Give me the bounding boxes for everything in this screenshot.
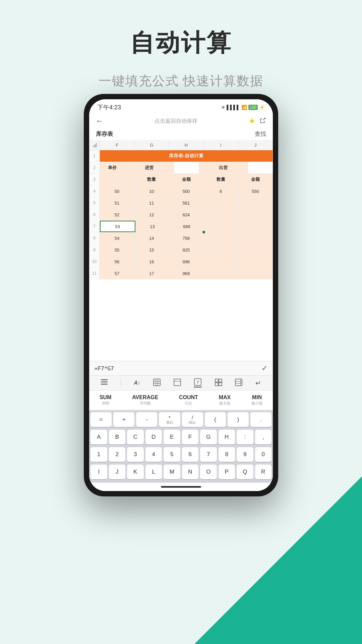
function-count[interactable]: COUNT 计次: [175, 393, 202, 407]
cell-7g[interactable]: 13: [135, 221, 170, 232]
cell-9f[interactable]: 55: [100, 244, 134, 256]
cell-7i[interactable]: [204, 221, 239, 232]
cell-5i[interactable]: [204, 197, 238, 209]
cell-8j[interactable]: [238, 232, 273, 244]
cell-title[interactable]: 库存表-自动计算: [100, 150, 273, 162]
cell-6j[interactable]: [238, 209, 273, 220]
cell-10f[interactable]: 56: [100, 256, 134, 267]
cell-6h[interactable]: 624: [169, 209, 203, 220]
toolbar-text-icon[interactable]: A↑: [134, 380, 140, 386]
cell-4f[interactable]: 50: [100, 185, 134, 197]
star-icon[interactable]: ★: [249, 117, 255, 125]
cell-8g[interactable]: 14: [134, 232, 169, 244]
cell-4i[interactable]: 6: [204, 185, 238, 197]
cell-11h[interactable]: 969: [169, 268, 203, 279]
cell-5j[interactable]: [238, 197, 273, 209]
key-p[interactable]: P: [219, 465, 235, 479]
key-g[interactable]: G: [200, 430, 217, 444]
col-header-h[interactable]: H: [169, 140, 203, 150]
key-c[interactable]: C: [127, 430, 144, 444]
formula-text[interactable]: =F7*G7: [95, 365, 114, 372]
function-max[interactable]: MAX 最大值: [215, 393, 235, 407]
key-lparen[interactable]: (: [205, 412, 226, 427]
key-7[interactable]: 7: [200, 447, 217, 462]
cell-4g[interactable]: 10: [134, 185, 169, 197]
key-f[interactable]: F: [182, 430, 199, 444]
col-header-g[interactable]: G: [134, 140, 169, 150]
toolbar-table-icon[interactable]: [153, 379, 161, 387]
key-6[interactable]: 6: [182, 447, 199, 462]
cell-9j[interactable]: [238, 244, 273, 256]
key-l[interactable]: L: [145, 465, 162, 479]
cell-5g[interactable]: 11: [134, 197, 169, 209]
key-rparen[interactable]: ): [228, 412, 249, 427]
cell-10j[interactable]: [238, 256, 273, 267]
cell-9g[interactable]: 15: [134, 244, 169, 256]
key-b[interactable]: B: [109, 430, 126, 444]
col-header-j[interactable]: J: [238, 140, 273, 150]
back-button[interactable]: ←: [96, 117, 103, 125]
function-sum[interactable]: SUM 求和: [96, 393, 116, 407]
key-4[interactable]: 4: [145, 447, 162, 462]
toolbar-menu-icon[interactable]: [101, 379, 108, 386]
cell-8h[interactable]: 756: [169, 232, 203, 244]
key-8[interactable]: 8: [219, 447, 235, 462]
formula-confirm-button[interactable]: ✓: [261, 364, 267, 373]
cell-2f[interactable]: 单价: [100, 162, 125, 173]
col-header-i[interactable]: I: [204, 140, 238, 150]
cell-6g[interactable]: 12: [134, 209, 169, 220]
col-header-f[interactable]: F: [100, 140, 134, 150]
function-min[interactable]: MIN 最小值: [247, 393, 266, 407]
key-m[interactable]: M: [164, 465, 180, 479]
key-0[interactable]: 0: [255, 447, 272, 462]
key-j[interactable]: J: [109, 465, 126, 479]
cell-8f[interactable]: 54: [100, 232, 134, 244]
cell-10i[interactable]: [204, 256, 238, 267]
function-average[interactable]: AVERAGE 平均数: [128, 393, 162, 407]
key-plus[interactable]: +: [113, 412, 134, 427]
key-dot[interactable]: .: [250, 412, 272, 427]
cell-7f-selected[interactable]: 53: [100, 221, 135, 232]
key-divide[interactable]: /除以: [182, 412, 203, 427]
cell-9i[interactable]: [204, 244, 238, 256]
key-o[interactable]: O: [200, 465, 217, 479]
cell-7j[interactable]: [238, 221, 273, 232]
cell-5f[interactable]: 51: [100, 197, 134, 209]
key-h[interactable]: H: [219, 430, 235, 444]
find-button[interactable]: 查找: [255, 130, 266, 138]
key-1[interactable]: 1: [90, 447, 107, 462]
key-multiply[interactable]: *乘以: [159, 412, 180, 427]
key-e[interactable]: E: [164, 430, 180, 444]
key-minus[interactable]: -: [136, 412, 157, 427]
cell-9h[interactable]: 825: [169, 244, 203, 256]
cell-10h[interactable]: 896: [169, 256, 203, 267]
key-d[interactable]: D: [145, 430, 162, 444]
key-colon[interactable]: :: [237, 430, 253, 444]
key-r[interactable]: R: [255, 465, 272, 479]
cell-8i[interactable]: [204, 232, 238, 244]
cell-2g[interactable]: 进货: [125, 162, 174, 173]
key-a[interactable]: A: [90, 430, 107, 444]
cell-4j[interactable]: 550: [238, 185, 273, 197]
toolbar-enter-icon[interactable]: ↵: [255, 379, 261, 387]
toolbar-cell-icon[interactable]: [174, 379, 181, 387]
cell-4h[interactable]: 500: [169, 185, 203, 197]
cell-2i[interactable]: 出货: [199, 162, 248, 173]
key-q[interactable]: Q: [237, 465, 253, 479]
cell-11i[interactable]: [204, 268, 238, 279]
cell-11j[interactable]: [238, 268, 273, 279]
toolbar-formula-icon[interactable]: f: [194, 378, 202, 387]
cell-6f[interactable]: 52: [100, 209, 134, 220]
cell-7h[interactable]: 689: [170, 221, 204, 232]
key-comma[interactable]: ，: [255, 430, 272, 444]
cell-6i[interactable]: [204, 209, 238, 220]
toolbar-merge-icon[interactable]: [215, 379, 222, 387]
cell-11f[interactable]: 57: [100, 268, 134, 279]
key-i[interactable]: I: [90, 465, 107, 479]
key-9[interactable]: 9: [237, 447, 253, 462]
key-2[interactable]: 2: [109, 447, 126, 462]
key-5[interactable]: 5: [164, 447, 180, 462]
cell-5h[interactable]: 561: [169, 197, 203, 209]
cell-11g[interactable]: 17: [134, 268, 169, 279]
share-icon[interactable]: [259, 117, 266, 125]
